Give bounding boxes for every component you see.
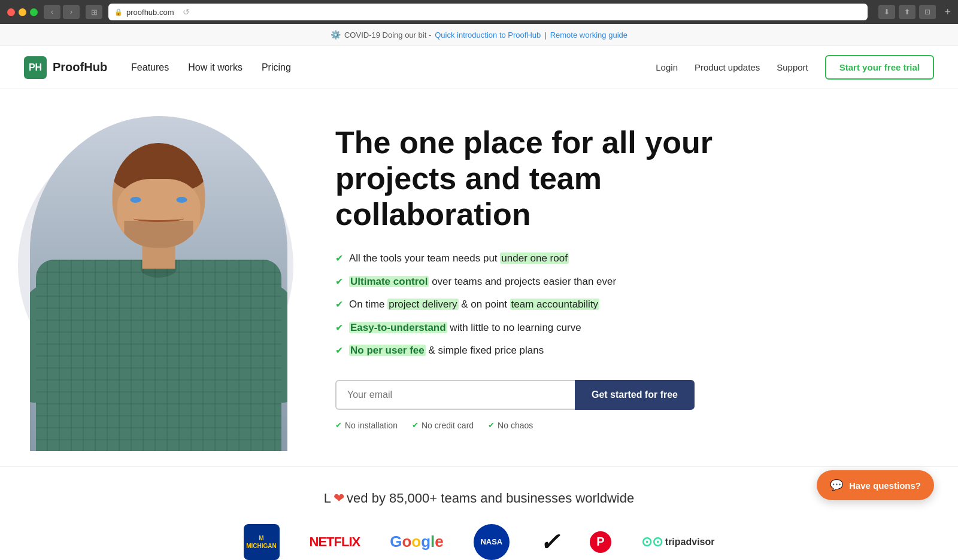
trust-no-chaos: ✔ No chaos (488, 421, 533, 430)
browser-chrome: ‹ › ⊞ 🔒 proofhub.com ↺ ⬇ ⬆ ⊡ + (0, 0, 958, 24)
email-form: Get started for free (335, 380, 695, 410)
reload-button[interactable]: ↺ (183, 7, 190, 17)
bullet-4-text: Easy-to-understand with little to no lea… (349, 320, 581, 336)
logo-initials: PH (29, 62, 42, 73)
trust-check-icon-3: ✔ (488, 421, 495, 430)
bullet-1-text: All the tools your team needs put under … (349, 251, 569, 266)
email-input[interactable] (335, 380, 575, 410)
address-bar[interactable]: 🔒 proofhub.com ↺ (108, 4, 868, 20)
bullet-item-3: ✔ On time project delivery & on point te… (335, 296, 742, 312)
get-started-button[interactable]: Get started for free (575, 380, 695, 410)
trust-no-credit-card: ✔ No credit card (412, 421, 474, 430)
minimize-button[interactable] (19, 8, 26, 16)
nav-how-it-works[interactable]: How it works (188, 62, 242, 73)
nav-features[interactable]: Features (131, 62, 169, 73)
logo-badge: PH (24, 56, 47, 79)
site-content: ⚙️ COVID-19 Doing our bit - Quick introd… (0, 24, 958, 560)
highlight-ultimate-control: Ultimate control (349, 276, 429, 287)
logo-michigan: M MICHIGAN (244, 524, 280, 560)
hero-title: The one place for all your projects and … (335, 125, 742, 232)
covid-text: COVID-19 Doing our bit - (344, 31, 431, 39)
brand-logos: M MICHIGAN NETFLIX Google NASA ✓ P ⊙⊙ tr… (24, 524, 934, 560)
trust-line: ✔ No installation ✔ No credit card ✔ No … (335, 421, 742, 430)
check-icon-2: ✔ (335, 275, 343, 289)
bullet-5-text: No per user fee & simple fixed price pla… (349, 343, 544, 358)
site-header: PH ProofHub Features How it works Pricin… (0, 46, 958, 89)
loved-l: L (324, 491, 331, 506)
hero-person (30, 116, 287, 451)
gear-icon: ⚙️ (331, 30, 341, 39)
forward-button[interactable]: › (63, 5, 80, 19)
new-tab-button[interactable]: + (944, 6, 951, 19)
remote-guide-link[interactable]: Remote working guide (550, 31, 627, 39)
login-link[interactable]: Login (656, 62, 678, 72)
quick-intro-link[interactable]: Quick introduction to ProofHub (435, 31, 541, 39)
highlight-no-per-user-fee: No per user fee (349, 345, 426, 356)
check-icon-3: ✔ (335, 297, 343, 312)
highlight-easy-to-understand: Easy-to-understand (349, 322, 447, 333)
separator: | (544, 31, 546, 39)
logo-nasa: NASA (474, 524, 510, 560)
sidebar-button[interactable]: ⊞ (86, 5, 102, 19)
logo-name: ProofHub (53, 60, 107, 74)
logo-google: Google (390, 532, 444, 551)
bullet-list: ✔ All the tools your team needs put unde… (335, 250, 742, 358)
url-text: proofhub.com (126, 8, 174, 17)
traffic-lights (7, 8, 38, 16)
logo-nike: ✓ (539, 528, 560, 556)
loved-suffix: ved by 85,000+ teams and businesses worl… (347, 491, 634, 506)
close-button[interactable] (7, 8, 15, 16)
check-icon-5: ✔ (335, 343, 343, 358)
trust-label-3: No chaos (498, 421, 533, 430)
loved-section: L ❤ ved by 85,000+ teams and businesses … (0, 466, 958, 560)
nav-pricing[interactable]: Pricing (262, 62, 291, 73)
logo-link[interactable]: PH ProofHub (24, 56, 107, 79)
chat-button[interactable]: 💬 Have questions? (817, 470, 934, 500)
support-link[interactable]: Support (777, 62, 808, 72)
downloads-button[interactable]: ⬇ (878, 5, 895, 19)
hero-content: The one place for all your projects and … (311, 89, 790, 466)
hero-image (0, 104, 311, 451)
check-icon-1: ✔ (335, 251, 343, 266)
bullet-item-2: ✔ Ultimate control over teams and projec… (335, 273, 742, 290)
trust-label-1: No installation (345, 421, 398, 430)
trust-check-icon-1: ✔ (335, 421, 342, 430)
main-nav: Features How it works Pricing (131, 62, 656, 73)
highlight-under-one-roof: under one roof (500, 252, 569, 264)
trust-no-installation: ✔ No installation (335, 421, 398, 430)
heart-icon: ❤ (334, 491, 344, 506)
covid-banner: ⚙️ COVID-19 Doing our bit - Quick introd… (0, 24, 958, 46)
hero-section: The one place for all your projects and … (0, 89, 958, 466)
bullet-2-text: Ultimate control over teams and projects… (349, 274, 616, 290)
start-trial-button[interactable]: Start your free trial (825, 55, 934, 80)
bullet-item-1: ✔ All the tools your team needs put unde… (335, 250, 742, 266)
browser-actions: ⬇ ⬆ ⊡ (878, 5, 936, 19)
highlight-project-delivery: project delivery (387, 299, 458, 310)
logo-pinterest: P (590, 531, 611, 553)
maximize-button[interactable] (30, 8, 38, 16)
logo-tripadvisor: ⊙⊙ tripadvisor (641, 534, 715, 550)
trust-label-2: No credit card (422, 421, 474, 430)
nav-buttons: ‹ › (44, 5, 80, 19)
chat-label: Have questions? (849, 480, 921, 491)
loved-text: L ❤ ved by 85,000+ teams and businesses … (24, 491, 934, 506)
bullet-item-4: ✔ Easy-to-understand with little to no l… (335, 319, 742, 336)
share-button[interactable]: ⬆ (899, 5, 915, 19)
header-right: Login Product updates Support Start your… (656, 55, 934, 80)
trust-check-icon-2: ✔ (412, 421, 419, 430)
check-icon-4: ✔ (335, 321, 343, 335)
logo-netflix: NETFLIX (310, 534, 360, 550)
bullet-3-text: On time project delivery & on point team… (349, 297, 599, 312)
lock-icon: 🔒 (114, 8, 123, 16)
bullet-item-5: ✔ No per user fee & simple fixed price p… (335, 342, 742, 358)
chat-icon: 💬 (830, 479, 843, 492)
back-button[interactable]: ‹ (44, 5, 60, 19)
tab-view-button[interactable]: ⊡ (919, 5, 936, 19)
product-updates-link[interactable]: Product updates (695, 62, 760, 72)
highlight-team-accountability: team accountability (510, 299, 600, 310)
